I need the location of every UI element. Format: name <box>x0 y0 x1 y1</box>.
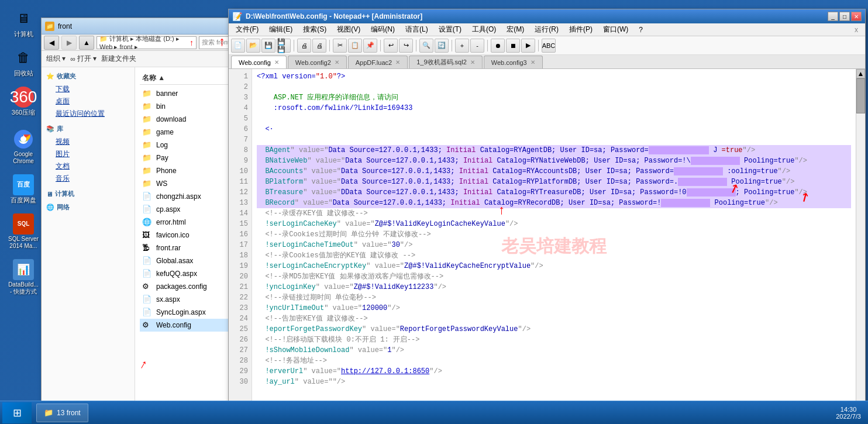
nav-pictures[interactable]: 图片 <box>46 148 130 160</box>
desktop-icon-sqlserver[interactable]: SQL SQL Server2014 Ma... <box>6 211 41 252</box>
code-line-19: !serLoginCacheEncryptKey" value="Z@#$!Va… <box>257 261 851 271</box>
code-text[interactable]: 老吴培建教程 <?xml version="1.0"?> ASP.NET 应用程… <box>252 69 856 423</box>
tab-webconfig1-close[interactable]: ✕ <box>274 59 279 66</box>
up-button[interactable]: ▲ <box>79 36 94 50</box>
notepad-minimize[interactable]: _ <box>828 12 838 21</box>
desktop-icon-360compress[interactable]: 360 360压缩 <box>6 84 41 119</box>
tool-saveall[interactable]: 💾💾 <box>277 39 291 53</box>
notepad-maximize[interactable]: □ <box>839 12 850 21</box>
address-bar[interactable]: 📁 计算机 ▸ 本地磁盘 (D:) ▸ Web ▸ front ▸ ↑ <box>97 36 197 49</box>
code-line-11: BPlatform" value="Data Source=127.0.0.1,… <box>257 177 851 187</box>
ln-27: 27 <box>229 345 248 356</box>
ln-4: 4 <box>229 103 248 113</box>
tool-zoom-in[interactable]: + <box>455 39 469 53</box>
tool-cut[interactable]: ✂ <box>333 39 347 53</box>
scroll-track[interactable] <box>856 78 865 414</box>
menu-run[interactable]: 运行(R) <box>530 23 563 36</box>
taskbar-front[interactable]: 📁 13 front <box>36 404 88 422</box>
menu-close-x[interactable]: x <box>850 25 863 35</box>
code-line-3: ASP.NET 应用程序的详细信息，请访问 <box>257 92 851 103</box>
tool-undo[interactable]: ↩ <box>384 39 398 53</box>
menu-window[interactable]: 窗口(W) <box>598 23 633 36</box>
nav-video[interactable]: 视频 <box>46 136 130 148</box>
nav-docs[interactable]: 文档 <box>46 160 130 173</box>
toolbar-sep7 <box>538 40 539 51</box>
tool-print2[interactable]: 🖨 <box>312 39 326 53</box>
code-line-6: <· <box>257 124 851 135</box>
tab-jijima[interactable]: 1_9收机器码.sql2 ✕ <box>409 56 483 68</box>
toolbar-sep6 <box>487 40 488 51</box>
desktop-icon-recycle[interactable]: 🗑 回收站 <box>6 45 41 80</box>
tab-webconfig2-close[interactable]: ✕ <box>335 59 339 66</box>
tool-macro-stop[interactable]: ⏹ <box>506 39 520 53</box>
scroll-thumb[interactable] <box>856 78 865 113</box>
tool-open[interactable]: 📂 <box>246 39 260 53</box>
menu-lang[interactable]: 语言(L) <box>401 23 433 36</box>
tool-paste[interactable]: 📌 <box>363 39 377 53</box>
code-line-1: <?xml version="1.0"?> <box>257 71 851 82</box>
desktop-icon-baidu[interactable]: 百度 百度网盘 <box>6 172 41 206</box>
tab-appdf[interactable]: AppDF.luac2 ✕ <box>348 56 408 68</box>
baidu-label: 百度网盘 <box>11 197 36 204</box>
nav-desktop[interactable]: 桌面 <box>46 95 130 108</box>
desktop-icon-databuild[interactable]: 📊 DataBuild...- 快捷方式 <box>6 257 41 298</box>
tool-spellcheck[interactable]: ABC <box>542 39 556 53</box>
tab-webconfig3[interactable]: Web.config3 ✕ <box>484 56 543 68</box>
search-text: 搜索 front <box>202 38 229 47</box>
nav-recent[interactable]: 最近访问的位置 <box>46 108 130 120</box>
tool-replace[interactable]: 🔄 <box>435 39 449 53</box>
menu-macro[interactable]: 宏(M) <box>502 23 529 36</box>
toolbar-sep1 <box>294 40 294 51</box>
nav-download[interactable]: 下载 <box>46 83 130 95</box>
menu-search[interactable]: 搜索(S) <box>298 23 331 36</box>
toolbar-sep3 <box>380 40 381 51</box>
ln-3: 3 <box>229 92 248 103</box>
chrome-icon <box>13 129 34 150</box>
menu-file[interactable]: 文件(F) <box>231 23 263 36</box>
tab-webconfig1[interactable]: Web.config ✕ <box>231 56 287 68</box>
open-button[interactable]: ∞ 打开 ▾ <box>70 54 97 64</box>
menu-tools[interactable]: 工具(O) <box>467 23 501 36</box>
scroll-up[interactable]: ▲ <box>856 69 865 78</box>
desktop-icon-chrome[interactable]: GoogleChrome <box>6 126 41 167</box>
tool-zoom-out[interactable]: - <box>470 39 484 53</box>
code-line-17: !serLoginCacheTimeOut" value="30"/> <box>257 240 851 250</box>
tab-jijima-close[interactable]: ✕ <box>470 59 475 66</box>
code-area: 1 2 3 4 5 6 7 8 9 10 11 12 13 14 15 16 1… <box>229 69 865 423</box>
tool-find[interactable]: 🔍 <box>419 39 433 53</box>
tool-new[interactable]: 📄 <box>231 39 245 53</box>
nav-music[interactable]: 音乐 <box>46 173 130 185</box>
tab-webconfig2[interactable]: Web.config2 ✕ <box>288 56 347 68</box>
notepad-close[interactable]: ✕ <box>851 12 862 21</box>
menu-view[interactable]: 视图(V) <box>332 23 365 36</box>
tab-webconfig3-close[interactable]: ✕ <box>531 59 535 66</box>
tool-save[interactable]: 💾 <box>261 39 275 53</box>
folder-icon: 📁 <box>45 22 54 31</box>
menu-encode[interactable]: 编码(N) <box>366 23 399 36</box>
menu-edit[interactable]: 编辑(E) <box>264 23 297 36</box>
vertical-scrollbar[interactable]: ▲ ▼ <box>856 69 865 423</box>
menu-plugins[interactable]: 插件(P) <box>564 23 597 36</box>
tool-macro-play[interactable]: ▶ <box>521 39 535 53</box>
code-line-12: BTreasure" value="DData Source=127.0.0.1… <box>257 187 851 198</box>
start-button[interactable]: ⊞ <box>2 402 32 423</box>
network-icon: 🌐 <box>46 204 54 211</box>
menu-help[interactable]: ? <box>634 25 647 35</box>
forward-button[interactable]: ▶ <box>61 36 77 50</box>
menu-settings[interactable]: 设置(T) <box>434 23 466 36</box>
new-folder-button[interactable]: 新建文件夹 <box>101 54 136 64</box>
folder-pay-icon: 📁 <box>142 153 153 163</box>
notepad-titlebar: 📝 D:\Web\front\Web.config - Notepad++ [A… <box>229 9 865 23</box>
tool-redo[interactable]: ↪ <box>399 39 413 53</box>
tool-copy[interactable]: 📋 <box>348 39 362 53</box>
notepad-title: D:\Web\front\Web.config - Notepad++ [Adm… <box>246 12 828 20</box>
tool-print[interactable]: 🖨 <box>297 39 311 53</box>
ln-10: 10 <box>229 166 248 177</box>
tab-appdf-close[interactable]: ✕ <box>395 59 400 66</box>
desktop-icon-computer[interactable]: 🖥 计算机 <box>6 6 41 40</box>
organize-button[interactable]: 组织 ▾ <box>46 54 66 64</box>
back-button[interactable]: ◀ <box>44 36 59 50</box>
ln-12: 12 <box>229 187 248 198</box>
tool-macro-rec[interactable]: ⏺ <box>491 39 505 53</box>
code-line-2 <box>257 82 851 92</box>
